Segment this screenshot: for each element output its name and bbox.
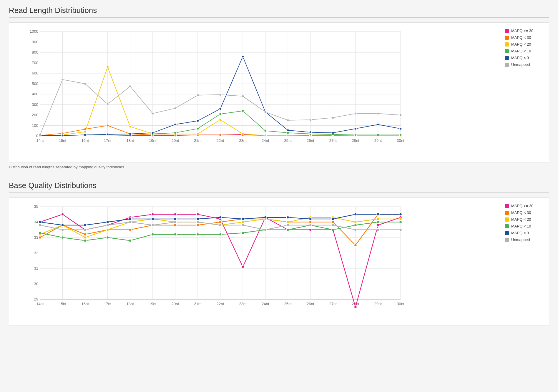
legend-label: MAPQ < 20 — [511, 42, 531, 46]
legend-color-dot — [505, 63, 509, 67]
legend-label: MAPQ < 30 — [511, 35, 531, 40]
base-quality-canvas — [24, 201, 406, 313]
legend-item: MAPQ < 30 — [505, 210, 546, 215]
legend-item: MAPQ < 3 — [505, 56, 546, 60]
read-length-chart-container: MAPQ >= 30MAPQ < 30MAPQ < 20MAPQ < 10MAP… — [9, 22, 549, 162]
legend-item: MAPQ >= 30 — [505, 29, 546, 33]
legend-color-dot — [505, 211, 509, 215]
legend-color-dot — [505, 42, 509, 46]
legend-color-dot — [505, 224, 509, 228]
base-quality-section: Base Quality Distributions MAPQ >= 30MAP… — [9, 181, 549, 326]
legend-label: MAPQ < 20 — [511, 217, 531, 222]
legend-label: MAPQ < 30 — [511, 210, 531, 215]
legend-item: Unmapped — [505, 237, 546, 242]
legend-item: MAPQ < 10 — [505, 224, 546, 228]
legend-label: MAPQ < 3 — [511, 56, 529, 60]
legend-label: MAPQ < 10 — [511, 49, 531, 53]
legend-item: MAPQ < 20 — [505, 42, 546, 46]
base-quality-title: Base Quality Distributions — [9, 181, 549, 193]
legend-color-dot — [505, 238, 509, 242]
legend-item: MAPQ < 3 — [505, 231, 546, 235]
legend-item: MAPQ < 10 — [505, 49, 546, 53]
base-quality-chart-container: MAPQ >= 30MAPQ < 30MAPQ < 20MAPQ < 10MAP… — [9, 197, 549, 326]
read-length-chart-area — [9, 23, 502, 162]
read-length-legend: MAPQ >= 30MAPQ < 30MAPQ < 20MAPQ < 10MAP… — [502, 23, 549, 73]
legend-label: MAPQ < 10 — [511, 224, 531, 228]
legend-color-dot — [505, 36, 509, 40]
legend-item: Unmapped — [505, 62, 546, 67]
legend-color-dot — [505, 217, 509, 222]
read-length-canvas — [24, 26, 406, 149]
legend-label: Unmapped — [511, 237, 530, 242]
legend-label: MAPQ < 3 — [511, 231, 529, 235]
read-length-subtitle: Distribution of read lengths separated b… — [9, 165, 549, 169]
legend-color-dot — [505, 204, 509, 208]
legend-color-dot — [505, 56, 509, 60]
legend-color-dot — [505, 29, 509, 33]
read-length-section: Read Length Distributions MAPQ >= 30MAPQ… — [9, 6, 549, 169]
base-quality-chart-area — [9, 198, 502, 325]
legend-color-dot — [505, 231, 509, 235]
base-quality-legend: MAPQ >= 30MAPQ < 30MAPQ < 20MAPQ < 10MAP… — [502, 198, 549, 248]
read-length-title: Read Length Distributions — [9, 6, 549, 18]
legend-label: Unmapped — [511, 62, 530, 67]
legend-item: MAPQ < 20 — [505, 217, 546, 222]
legend-label: MAPQ >= 30 — [511, 29, 533, 33]
legend-color-dot — [505, 49, 509, 53]
legend-item: MAPQ >= 30 — [505, 204, 546, 208]
legend-item: MAPQ < 30 — [505, 35, 546, 40]
legend-label: MAPQ >= 30 — [511, 204, 533, 208]
